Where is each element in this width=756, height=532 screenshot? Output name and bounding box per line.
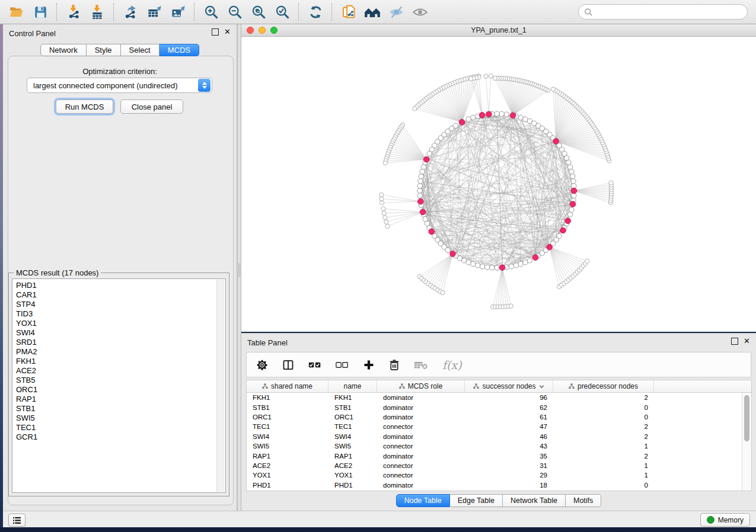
cell-shared-name: ACE2 bbox=[247, 462, 328, 469]
mcds-result-item[interactable]: PHD1 bbox=[16, 281, 213, 290]
mcds-result-item[interactable]: GCR1 bbox=[16, 432, 213, 442]
cell-successor-nodes: 35 bbox=[465, 453, 553, 460]
dropdown-stepper-icon bbox=[198, 79, 210, 92]
search-box[interactable] bbox=[578, 4, 748, 20]
memory-button[interactable]: Memory bbox=[700, 513, 750, 527]
tab-motifs[interactable]: Motifs bbox=[566, 494, 601, 507]
table-settings-gear-icon[interactable] bbox=[256, 359, 268, 371]
show-all-icon[interactable] bbox=[408, 2, 432, 22]
tab-mcds[interactable]: MCDS bbox=[160, 44, 199, 56]
import-table-icon[interactable] bbox=[85, 2, 109, 22]
tab-network[interactable]: Network bbox=[40, 44, 87, 56]
mcds-result-item[interactable]: YOX1 bbox=[16, 319, 213, 328]
delete-column-icon[interactable] bbox=[389, 359, 400, 371]
table-row[interactable]: STB1STB1dominator620 bbox=[247, 402, 751, 412]
zoom-selected-icon[interactable] bbox=[270, 2, 294, 22]
zoom-out-icon[interactable] bbox=[223, 2, 247, 22]
mcds-result-item[interactable]: FKH1 bbox=[16, 357, 213, 366]
table-header-row: shared namenameMCDS rolesuccessor nodesp… bbox=[247, 380, 751, 393]
network-view-title: YPA_prune.txt_1 bbox=[241, 26, 756, 34]
table-row[interactable]: PHD1PHD1dominator180 bbox=[247, 480, 751, 490]
mcds-result-list[interactable]: PHD1CAR1STP4TID3YOX1SWI4SRD1PMA2FKH1ACE2… bbox=[12, 278, 226, 493]
float-window-icon[interactable] bbox=[731, 338, 738, 345]
first-neighbors-icon[interactable] bbox=[361, 2, 384, 22]
refresh-icon[interactable] bbox=[304, 2, 327, 22]
mcds-result-item[interactable]: STP4 bbox=[16, 300, 213, 309]
column-header-shared-name[interactable]: shared name bbox=[247, 380, 328, 392]
tab-network-table[interactable]: Network Table bbox=[503, 494, 566, 507]
cell-successor-nodes: 47 bbox=[465, 423, 553, 430]
column-view-icon[interactable] bbox=[282, 359, 294, 371]
table-row[interactable]: FKH1FKH1dominator962 bbox=[247, 393, 751, 402]
export-image-icon[interactable] bbox=[166, 2, 190, 22]
search-icon bbox=[584, 8, 593, 17]
mcds-result-item[interactable]: SWI4 bbox=[16, 328, 213, 338]
column-header-successor-nodes[interactable]: successor nodes bbox=[465, 380, 553, 392]
mcds-result-item[interactable]: TID3 bbox=[16, 309, 213, 319]
mcds-result-item[interactable]: CAR1 bbox=[16, 290, 213, 300]
cell-mcds-role: dominator bbox=[377, 453, 465, 460]
mcds-result-item[interactable]: RAP1 bbox=[16, 395, 213, 404]
task-history-button[interactable] bbox=[8, 514, 25, 527]
table-row[interactable]: RAP1RAP1dominator352 bbox=[247, 451, 751, 460]
mcds-result-item[interactable]: PMA2 bbox=[16, 347, 213, 357]
deselect-all-icon[interactable] bbox=[336, 360, 349, 370]
zoom-fit-icon[interactable] bbox=[247, 2, 270, 22]
close-panel-button[interactable]: Close panel bbox=[120, 100, 183, 114]
node-table[interactable]: shared namenameMCDS rolesuccessor nodesp… bbox=[246, 380, 752, 491]
duplicate-network-icon[interactable] bbox=[337, 2, 361, 22]
import-network-icon[interactable] bbox=[62, 2, 85, 22]
leaf-node bbox=[385, 224, 390, 228]
mcds-result-item[interactable]: STB5 bbox=[16, 376, 213, 385]
optimization-dropdown[interactable]: largest connected component (undirected) bbox=[27, 78, 212, 93]
tab-select[interactable]: Select bbox=[121, 44, 160, 56]
table-row[interactable]: ACE2ACE2connector311 bbox=[247, 461, 751, 470]
result-list-scrollbar[interactable] bbox=[216, 280, 225, 492]
leaf-node bbox=[609, 181, 613, 185]
select-all-icon[interactable] bbox=[308, 360, 321, 370]
add-column-icon[interactable] bbox=[363, 359, 375, 371]
network-view-titlebar[interactable]: YPA_prune.txt_1 bbox=[241, 24, 756, 37]
tab-node-table[interactable]: Node Table bbox=[396, 494, 450, 507]
zoom-in-icon[interactable] bbox=[199, 2, 223, 22]
column-header-predecessor-nodes[interactable]: predecessor nodes bbox=[553, 380, 654, 392]
dominator-node bbox=[565, 218, 571, 224]
vertical-splitter[interactable] bbox=[237, 24, 241, 511]
open-session-icon[interactable] bbox=[5, 2, 28, 22]
network-canvas[interactable] bbox=[241, 37, 756, 332]
export-table-icon[interactable] bbox=[142, 2, 166, 22]
mcds-result-item[interactable]: ORC1 bbox=[16, 385, 213, 395]
search-input[interactable] bbox=[596, 7, 747, 17]
column-header-mcds-role[interactable]: MCDS role bbox=[377, 380, 465, 392]
mcds-result-item[interactable]: SWI5 bbox=[16, 414, 213, 423]
table-scrollbar-thumb[interactable] bbox=[744, 395, 749, 441]
table-row[interactable]: YOX1YOX1connector291 bbox=[247, 470, 751, 480]
hide-selected-icon[interactable] bbox=[384, 2, 408, 22]
tab-style[interactable]: Style bbox=[87, 44, 121, 56]
table-row[interactable]: SWI5SWI5connector431 bbox=[247, 441, 751, 451]
mcds-result-item[interactable]: TEC1 bbox=[16, 423, 213, 432]
close-panel-icon[interactable]: ✕ bbox=[744, 338, 750, 344]
cell-mcds-role: connector bbox=[377, 462, 465, 469]
save-session-icon[interactable] bbox=[28, 2, 52, 22]
network-graph[interactable] bbox=[241, 37, 756, 332]
cell-predecessor-nodes: 0 bbox=[553, 414, 654, 421]
table-row[interactable]: SWI4SWI4dominator462 bbox=[247, 432, 751, 441]
leaf-node bbox=[489, 74, 493, 78]
table-row[interactable]: TEC1TEC1connector472 bbox=[247, 422, 751, 431]
mcds-result-item[interactable]: STB1 bbox=[16, 404, 213, 414]
float-window-icon[interactable] bbox=[212, 28, 219, 36]
cell-successor-nodes: 96 bbox=[465, 394, 553, 401]
export-network-icon[interactable] bbox=[119, 2, 142, 22]
table-row[interactable]: ORC1ORC1dominator610 bbox=[247, 412, 751, 422]
mcds-result-item[interactable]: ACE2 bbox=[16, 366, 213, 376]
mcds-result-item[interactable]: SRD1 bbox=[16, 338, 213, 347]
dominator-node bbox=[417, 198, 423, 204]
table-tabs: Node TableEdge TableNetwork TableMotifs bbox=[241, 494, 756, 507]
tab-edge-table[interactable]: Edge Table bbox=[450, 494, 503, 507]
leaf-node bbox=[493, 76, 497, 80]
run-mcds-button[interactable]: Run MCDS bbox=[56, 100, 113, 114]
column-header-name[interactable]: name bbox=[328, 380, 377, 392]
table-scrollbar[interactable] bbox=[742, 393, 751, 491]
close-panel-icon[interactable]: ✕ bbox=[224, 29, 231, 35]
